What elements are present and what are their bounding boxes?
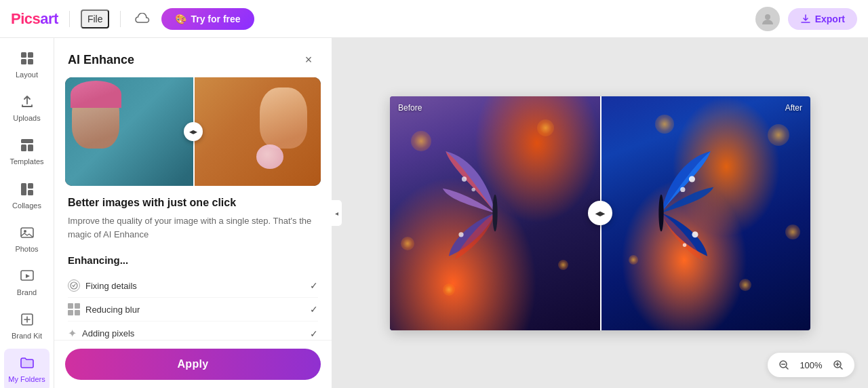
zoom-level: 100%	[797, 360, 825, 370]
sidebar-item-photos[interactable]: Photos	[4, 218, 50, 260]
panel-headline: Better images with just one click	[68, 197, 318, 209]
zoom-out-button[interactable]	[776, 357, 792, 373]
layout-icon	[20, 51, 35, 68]
try-for-free-button[interactable]: 🎨 Try for free	[161, 8, 254, 30]
svg-rect-2	[28, 52, 33, 58]
main-area: Layout Uploads Templates Collages Photos	[0, 38, 868, 388]
panel-close-button[interactable]: ×	[299, 50, 318, 69]
export-btn-label: Export	[815, 14, 845, 24]
brand-icon	[20, 269, 35, 286]
zoom-bar: 100%	[768, 353, 854, 377]
butterfly-svg-left	[434, 145, 556, 281]
before-side	[390, 96, 600, 330]
fixing-details-check: ✓	[310, 280, 318, 291]
ai-enhance-panel: AI Enhance × ◂▸ Better image	[54, 38, 332, 388]
svg-rect-7	[28, 144, 33, 151]
export-button[interactable]: Export	[788, 8, 857, 30]
svg-rect-9	[28, 183, 33, 189]
sidebar-item-layout[interactable]: Layout	[4, 44, 50, 86]
enhancing-item-reducing-blur: Reducing blur ✓	[68, 298, 318, 322]
panel-title: AI Enhance	[68, 53, 134, 67]
sidebar-label-photos: Photos	[15, 245, 38, 254]
sidebar-label-templates: Templates	[9, 157, 43, 166]
logo: Picsart	[11, 10, 58, 28]
svg-rect-4	[28, 59, 33, 64]
enhancing-item-fixing-details: Fixing details ✓	[68, 274, 318, 298]
enhancing-section: Enhancing... Fixing details ✓	[68, 254, 318, 340]
uploads-icon	[20, 94, 35, 111]
templates-icon	[20, 138, 35, 155]
collages-icon	[20, 182, 35, 199]
panel-description: Improve the quality of your image with a…	[68, 214, 318, 241]
svg-marker-14	[26, 274, 30, 278]
svg-rect-5	[21, 139, 33, 143]
cloud-button[interactable]	[132, 8, 153, 30]
svg-point-22	[680, 187, 685, 192]
sidebar-label-collages: Collages	[12, 201, 41, 210]
before-after-container: ◂▸ Before After	[390, 96, 810, 330]
brand-kit-icon	[20, 312, 35, 329]
my-folders-icon	[20, 355, 35, 372]
adding-pixels-check: ✓	[310, 328, 318, 339]
collapse-panel-button[interactable]: ◂	[332, 199, 342, 227]
sidebar-item-brand-kit[interactable]: Brand Kit	[4, 305, 50, 347]
try-btn-icon: 🎨	[175, 14, 186, 24]
butterfly-svg-right	[600, 145, 722, 281]
before-label: Before	[398, 103, 422, 113]
panel-footer: Apply	[54, 340, 332, 388]
svg-point-0	[765, 14, 770, 20]
svg-point-19	[458, 232, 463, 237]
fixing-details-icon	[68, 279, 80, 292]
sidebar-item-my-folders[interactable]: My Folders	[4, 349, 50, 388]
panel-header: AI Enhance ×	[54, 38, 332, 77]
enhancing-item-adding-pixels: ✦ Adding pixels ✓	[68, 322, 318, 340]
logo-text: Picsart	[11, 10, 58, 28]
sidebar-item-collages[interactable]: Collages	[4, 175, 50, 217]
sidebar-item-brand[interactable]: Brand	[4, 262, 50, 304]
enhancing-item-left-fixing: Fixing details	[68, 279, 137, 292]
zoom-in-button[interactable]	[830, 357, 846, 373]
reducing-blur-icon	[68, 303, 80, 315]
apply-button[interactable]: Apply	[65, 349, 321, 380]
butterfly-before	[390, 96, 600, 330]
sidebar-item-templates[interactable]: Templates	[4, 131, 50, 173]
panel-body: Better images with just one click Improv…	[54, 197, 332, 340]
preview-drag-handle[interactable]: ◂▸	[184, 122, 203, 141]
enhancing-item-left-adding: ✦ Adding pixels	[68, 327, 134, 340]
svg-rect-3	[21, 59, 26, 64]
svg-point-12	[24, 230, 26, 233]
enhancing-item-left-reducing: Reducing blur	[68, 303, 140, 315]
topbar-right: Export	[755, 7, 857, 31]
panel-preview: ◂▸	[65, 77, 321, 186]
sidebar-label-uploads: Uploads	[13, 114, 40, 123]
fixing-details-label: Fixing details	[85, 281, 137, 291]
try-btn-label: Try for free	[191, 14, 240, 24]
butterfly-after	[600, 96, 810, 330]
adding-pixels-label: Adding pixels	[82, 328, 134, 338]
svg-rect-8	[21, 183, 26, 195]
svg-point-21	[689, 176, 695, 182]
svg-point-20	[492, 195, 497, 232]
svg-point-23	[692, 231, 698, 237]
file-menu-button[interactable]: File	[81, 9, 110, 28]
zoom-out-icon	[778, 360, 789, 370]
svg-rect-1	[21, 52, 26, 58]
svg-point-18	[471, 188, 475, 191]
topbar-divider-2	[120, 11, 121, 27]
sidebar-label-brand: Brand	[17, 288, 37, 297]
avatar-button[interactable]	[755, 7, 780, 31]
cloud-icon	[135, 13, 150, 25]
download-icon	[800, 14, 811, 24]
sidebar-item-uploads[interactable]: Uploads	[4, 88, 50, 130]
svg-point-25	[658, 195, 663, 232]
before-after-handle[interactable]: ◂▸	[588, 201, 612, 225]
topbar: Picsart File 🎨 Try for free Export	[0, 0, 868, 38]
zoom-in-icon	[833, 360, 844, 370]
topbar-divider	[69, 11, 70, 27]
sidebar-label-layout: Layout	[16, 71, 38, 79]
after-label: After	[785, 103, 802, 113]
sidebar-label-my-folders: My Folders	[8, 375, 45, 384]
svg-rect-6	[21, 144, 26, 151]
photos-icon	[20, 225, 35, 242]
reducing-blur-label: Reducing blur	[85, 305, 140, 315]
